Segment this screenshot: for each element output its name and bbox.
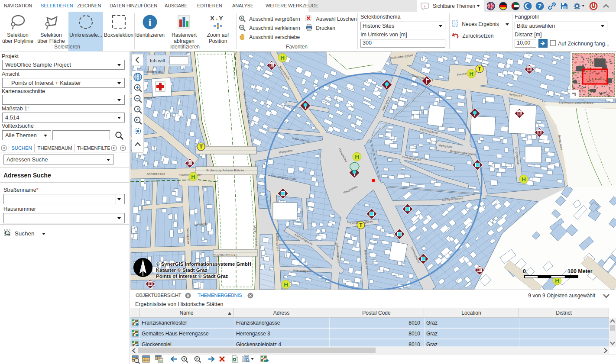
svg-text:Annenstraße: Annenstraße [147, 172, 165, 175]
svg-text:Points of Interest © Stadt Gra: Points of Interest © Stadt Graz [156, 274, 228, 279]
svg-text:Kataster © Stadt Graz: Kataster © Stadt Graz [156, 267, 207, 273]
svg-text:?: ? [538, 3, 542, 10]
svg-text:X: X [210, 14, 214, 22]
svg-text:i: i [149, 17, 152, 28]
svg-text:Erzherzog-Johann-Brücke: Erzherzog-Johann-Brücke [206, 169, 244, 172]
svg-text:Y: Y [219, 14, 223, 22]
svg-text:100 Meter: 100 Meter [567, 268, 593, 274]
svg-text:0: 0 [523, 268, 526, 274]
svg-text:Tegetthoffbrücke: Tegetthoffbrücke [213, 254, 237, 257]
svg-text:© SynerGIS Informationssysteme: © SynerGIS Informationssysteme GmbH [156, 261, 251, 267]
